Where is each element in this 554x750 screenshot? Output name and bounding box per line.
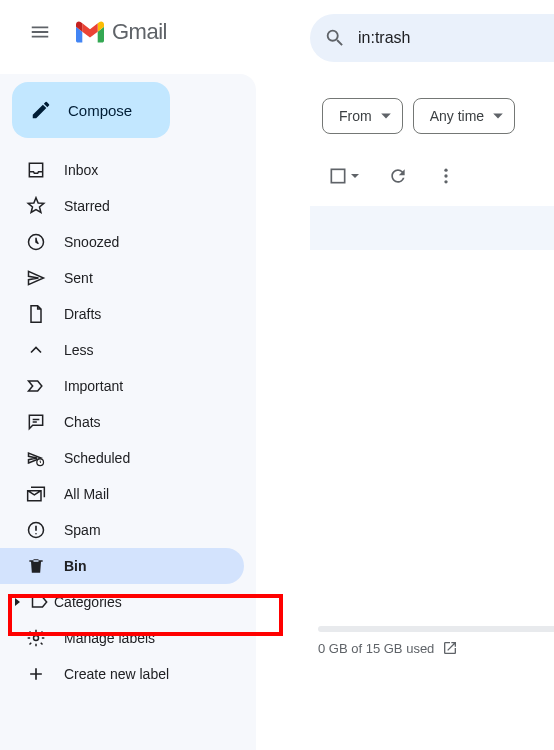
empty-trash-band — [310, 206, 554, 250]
gear-icon — [26, 628, 46, 648]
sidebar: Compose Inbox Starred Snoozed Sent Draft… — [0, 74, 256, 750]
sidebar-item-drafts[interactable]: Drafts — [0, 296, 244, 332]
nav-label: Spam — [64, 522, 101, 538]
hamburger-icon — [29, 21, 51, 43]
gmail-logo-icon — [76, 21, 104, 43]
file-icon — [26, 304, 46, 324]
nav-label: Drafts — [64, 306, 101, 322]
gmail-text: Gmail — [112, 19, 167, 45]
compose-label: Compose — [68, 102, 132, 119]
sidebar-item-inbox[interactable]: Inbox — [0, 152, 244, 188]
nav-label: Starred — [64, 198, 110, 214]
open-external-icon[interactable] — [442, 640, 458, 656]
dropdown-arrow-icon — [350, 171, 360, 181]
svg-point-6 — [444, 174, 447, 177]
more-vert-icon — [436, 166, 456, 186]
search-icon — [324, 27, 346, 49]
sidebar-item-sent[interactable]: Sent — [0, 260, 244, 296]
plus-icon — [26, 664, 46, 684]
nav-label: Inbox — [64, 162, 98, 178]
search-input[interactable] — [358, 29, 538, 47]
gmail-logo[interactable]: Gmail — [72, 19, 167, 45]
nav-label: All Mail — [64, 486, 109, 502]
select-all-checkbox[interactable] — [328, 166, 360, 186]
label-icon — [30, 592, 50, 612]
dropdown-arrow-icon — [380, 110, 392, 122]
nav-label: Snoozed — [64, 234, 119, 250]
refresh-button[interactable] — [388, 166, 408, 186]
sidebar-item-starred[interactable]: Starred — [0, 188, 244, 224]
more-button[interactable] — [436, 166, 456, 186]
storage-bar — [318, 626, 554, 632]
star-icon — [26, 196, 46, 216]
svg-point-3 — [34, 636, 39, 641]
nav-label: Sent — [64, 270, 93, 286]
svg-rect-4 — [331, 169, 344, 182]
nav-label: Categories — [54, 594, 122, 610]
sidebar-item-createlabel[interactable]: Create new label — [0, 656, 244, 692]
nav-label: Manage labels — [64, 630, 155, 646]
sidebar-item-spam[interactable]: Spam — [0, 512, 244, 548]
sidebar-item-bin[interactable]: Bin — [0, 548, 244, 584]
sidebar-item-important[interactable]: Important — [0, 368, 244, 404]
filter-anytime[interactable]: Any time — [413, 98, 515, 134]
nav-label: Important — [64, 378, 123, 394]
sidebar-item-less[interactable]: Less — [0, 332, 244, 368]
inbox-icon — [26, 160, 46, 180]
clock-icon — [26, 232, 46, 252]
sidebar-item-allmail[interactable]: All Mail — [0, 476, 244, 512]
send-icon — [26, 268, 46, 288]
main-content: From Any time 0 GB of 15 GB used — [310, 86, 554, 750]
chevron-up-icon — [26, 340, 46, 360]
refresh-icon — [388, 166, 408, 186]
filter-from[interactable]: From — [322, 98, 403, 134]
sidebar-item-categories[interactable]: Categories — [0, 584, 244, 620]
nav-label: Less — [64, 342, 94, 358]
nav-label: Chats — [64, 414, 101, 430]
important-icon — [26, 376, 46, 396]
spam-icon — [26, 520, 46, 540]
sidebar-item-managelabels[interactable]: Manage labels — [0, 620, 244, 656]
filter-label: Any time — [430, 108, 484, 124]
dropdown-arrow-icon — [492, 110, 504, 122]
scheduled-icon — [26, 448, 46, 468]
svg-point-5 — [444, 169, 447, 172]
nav-label: Create new label — [64, 666, 169, 682]
caret-right-icon — [12, 597, 26, 607]
sidebar-item-chats[interactable]: Chats — [0, 404, 244, 440]
sidebar-item-scheduled[interactable]: Scheduled — [0, 440, 244, 476]
main-menu-button[interactable] — [16, 8, 64, 56]
allmail-icon — [26, 484, 46, 504]
search-bar[interactable] — [310, 14, 554, 62]
pencil-icon — [30, 99, 52, 121]
nav-label: Bin — [64, 558, 87, 574]
filter-label: From — [339, 108, 372, 124]
compose-button[interactable]: Compose — [12, 82, 170, 138]
nav-label: Scheduled — [64, 450, 130, 466]
chat-icon — [26, 412, 46, 432]
checkbox-icon — [328, 166, 348, 186]
trash-icon — [26, 556, 46, 576]
storage-text: 0 GB of 15 GB used — [318, 641, 434, 656]
svg-point-7 — [444, 180, 447, 183]
sidebar-item-snoozed[interactable]: Snoozed — [0, 224, 244, 260]
